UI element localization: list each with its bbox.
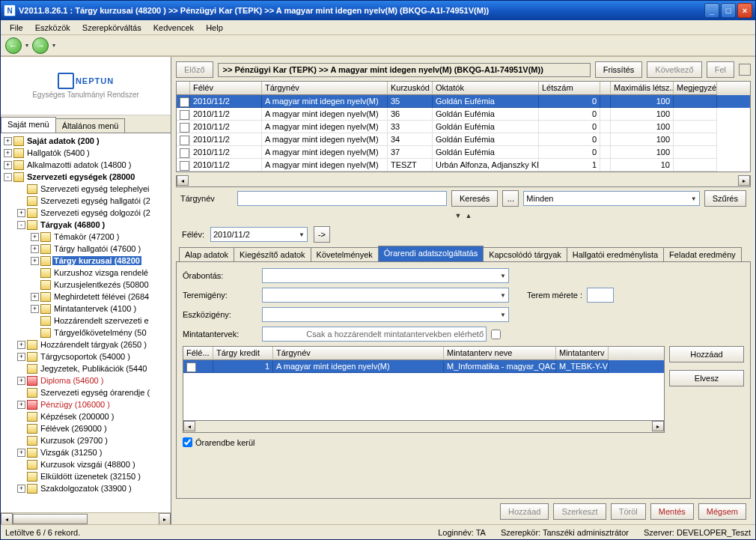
footer-cancel-button[interactable]: Mégsem xyxy=(698,503,746,520)
terem-merete-input[interactable] xyxy=(587,288,614,303)
column-header[interactable]: Maximális létsz... xyxy=(611,82,674,95)
tree-item[interactable]: +Témakör (47200 ) xyxy=(1,231,171,243)
footer-save-button[interactable]: Mentés xyxy=(650,503,694,520)
nav-back-dropdown[interactable]: ▾ xyxy=(23,42,31,49)
nav-forward-dropdown[interactable]: ▾ xyxy=(50,42,58,49)
column-header[interactable]: Kurzuskód xyxy=(388,82,433,95)
tree-item[interactable]: Képzések (200000 ) xyxy=(1,410,171,422)
orarendbe-checkbox[interactable] xyxy=(183,437,192,447)
tab-5[interactable]: Hallgatói eredménylista xyxy=(567,247,664,262)
sidebar-tab-own-menu[interactable]: Saját menü xyxy=(1,117,56,133)
tree-item[interactable]: +Mintatantervek (4100 ) xyxy=(1,303,171,315)
search-button[interactable]: Keresés xyxy=(451,190,498,207)
pin-icon[interactable] xyxy=(739,64,751,76)
menu-kedvencek[interactable]: Kedvencek xyxy=(147,22,200,34)
semester-go-button[interactable]: -> xyxy=(314,226,330,243)
tree-item[interactable]: +Tárgycsoportok (54000 ) xyxy=(1,351,171,362)
tree-item[interactable]: Kurzushoz vizsga rendelé xyxy=(1,267,171,279)
column-header[interactable]: Tárgy kredit xyxy=(213,347,273,360)
close-button[interactable]: × xyxy=(737,3,752,18)
tree-item[interactable]: +Meghirdetett félévei (2684 xyxy=(1,291,171,303)
tree-toggle-icon[interactable]: + xyxy=(17,401,25,409)
tab-6[interactable]: Feladat eredmény xyxy=(663,247,742,262)
teremigeny-select[interactable]: ▼ xyxy=(262,288,509,303)
tree-item[interactable]: +Tárgy kurzusai (48200 xyxy=(1,255,171,267)
tree-item[interactable]: Szervezeti egység hallgatói (2 xyxy=(1,195,171,207)
footer-delete-button[interactable]: Töröl xyxy=(611,503,646,520)
tab-3[interactable]: Órarendi adatszolgáltatás xyxy=(378,246,484,262)
tab-2[interactable]: Követelmények xyxy=(311,247,379,262)
filter-button[interactable]: Szűrés xyxy=(704,190,746,207)
eszkozigeny-select[interactable]: ▼ xyxy=(262,307,509,322)
table-row[interactable]: 2010/11/2A magyar mint idegen nyelv(M)TE… xyxy=(177,159,750,172)
tree-item[interactable]: Elküldött üzenetek (32150 ) xyxy=(1,470,171,482)
column-header[interactable]: Félév xyxy=(190,82,262,95)
nav-tree[interactable]: +Saját adatok (200 )+Hallgatók (5400 )+A… xyxy=(1,133,171,512)
search-input[interactable] xyxy=(237,191,447,206)
table-row[interactable]: 2010/11/2A magyar mint idegen nyelv(M)33… xyxy=(177,121,750,133)
semester-select[interactable]: 2010/11/2▼ xyxy=(210,227,308,242)
tree-item[interactable]: +Hozzárendelt tárgyak (2650 ) xyxy=(1,339,171,351)
tree-toggle-icon[interactable]: + xyxy=(17,341,25,349)
menu-szerepkörváltás[interactable]: Szerepkörváltás xyxy=(76,22,147,34)
tree-item[interactable]: Szervezeti egység órarendje ( xyxy=(1,386,171,398)
add-button[interactable]: Hozzáad xyxy=(669,346,744,362)
menu-eszközök[interactable]: Eszközök xyxy=(29,22,76,34)
up-button[interactable]: Fel xyxy=(707,61,734,78)
tab-4[interactable]: Kapcsolódó tárgyak xyxy=(483,247,567,262)
prev-button[interactable]: Előző xyxy=(176,61,213,78)
tree-item[interactable]: +Hallgatók (5400 ) xyxy=(1,147,171,159)
course-grid[interactable]: FélévTárgynévKurzuskódOktatókLétszámMaxi… xyxy=(176,81,751,172)
tree-toggle-icon[interactable]: - xyxy=(17,221,25,229)
tree-toggle-icon[interactable]: + xyxy=(17,209,25,217)
tree-item[interactable]: +Vizsgák (31250 ) xyxy=(1,446,171,458)
footer-add-button[interactable]: Hozzáad xyxy=(500,503,549,520)
tree-item[interactable]: -Szervezeti egységek (28000 xyxy=(1,171,171,183)
tree-item[interactable]: +Pénzügy (106000 ) xyxy=(1,398,171,410)
tree-item[interactable]: Kurzusok vizsgái (48800 ) xyxy=(1,458,171,470)
minimize-button[interactable]: _ xyxy=(704,3,719,18)
tree-toggle-icon[interactable]: + xyxy=(31,293,39,301)
column-header[interactable]: Megjegyzé xyxy=(674,82,717,95)
column-header[interactable] xyxy=(600,82,611,95)
tree-toggle-icon[interactable]: + xyxy=(31,257,39,265)
tree-item[interactable]: Tárgyelőkövetelmény (50 xyxy=(1,327,171,339)
table-row[interactable]: 2010/11/2A magyar mint idegen nyelv(M)36… xyxy=(177,108,750,121)
column-header[interactable]: Mintatanterv xyxy=(556,347,609,360)
grid-hscroll[interactable]: ◂▸ xyxy=(176,175,751,187)
tree-item[interactable]: Kurzusok (29700 ) xyxy=(1,434,171,446)
tree-item[interactable]: +Tárgy hallgatói (47600 ) xyxy=(1,243,171,255)
tree-toggle-icon[interactable]: + xyxy=(4,161,12,169)
mintatantervek-checkbox[interactable] xyxy=(491,330,501,339)
column-header[interactable]: Oktatók xyxy=(433,82,539,95)
sidebar-hscroll[interactable]: ◂▸ xyxy=(1,512,171,524)
column-header[interactable] xyxy=(177,82,190,95)
column-header[interactable]: Tárgynév xyxy=(262,82,388,95)
mintatanterv-grid[interactable]: Félé...Tárgy kreditTárgynévMintatanterv … xyxy=(183,346,665,433)
refresh-button[interactable]: Frissítés xyxy=(595,61,643,78)
tree-item[interactable]: +Alkalmazotti adatok (14800 ) xyxy=(1,159,171,171)
table-row[interactable]: 2010/11/2A magyar mint idegen nyelv(M)37… xyxy=(177,146,750,159)
column-header[interactable]: Létszám xyxy=(539,82,600,95)
nav-back-button[interactable]: ← xyxy=(5,37,22,54)
table-row[interactable]: 2010/11/2A magyar mint idegen nyelv(M)35… xyxy=(177,95,750,108)
tree-item[interactable]: +Diploma (54600 ) xyxy=(1,374,171,386)
tree-item[interactable]: +Saját adatok (200 ) xyxy=(1,135,171,147)
sidebar-tab-general-menu[interactable]: Általános menü xyxy=(55,118,126,133)
tree-toggle-icon[interactable]: + xyxy=(17,377,25,385)
column-header[interactable]: Mintatanterv neve xyxy=(444,347,556,360)
tree-toggle-icon[interactable]: + xyxy=(31,233,39,241)
table-row[interactable]: 1A magyar mint idegen nyelv(M)M_Informat… xyxy=(183,360,664,373)
mintatantervek-input[interactable] xyxy=(262,327,487,342)
tree-item[interactable]: +Szakdolgozatok (33900 ) xyxy=(1,482,171,494)
tree-toggle-icon[interactable]: + xyxy=(4,149,12,157)
filter-select[interactable]: Minden▼ xyxy=(523,191,699,206)
tree-item[interactable]: Hozzárendelt szervezeti e xyxy=(1,315,171,327)
search-more-button[interactable]: ... xyxy=(502,190,519,207)
subgrid-hscroll[interactable]: ◂▸ xyxy=(183,420,664,432)
splitter-handle[interactable]: ▼ ▲ xyxy=(171,211,755,220)
table-row[interactable]: 2010/11/2A magyar mint idegen nyelv(M)34… xyxy=(177,133,750,146)
tree-toggle-icon[interactable]: + xyxy=(31,305,39,313)
footer-edit-button[interactable]: Szerkeszt xyxy=(553,503,606,520)
tree-toggle-icon[interactable]: + xyxy=(4,137,12,145)
